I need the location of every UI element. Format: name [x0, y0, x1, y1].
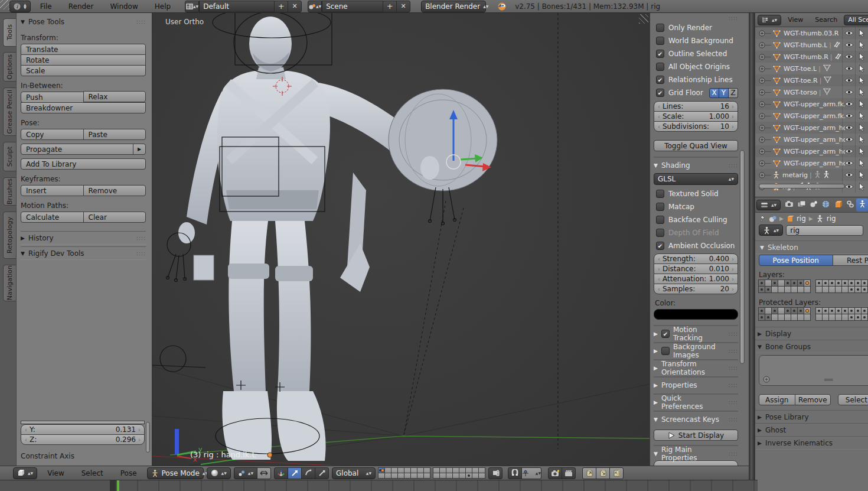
color-swatch[interactable] — [654, 309, 738, 320]
bone-groups-list[interactable]: ══ — [759, 355, 868, 386]
viewport-menu-select[interactable]: Select — [74, 469, 110, 477]
object-name[interactable]: WGT-upper_arm_ho — [784, 148, 845, 155]
panel-drag-grip[interactable]: :::: — [729, 365, 738, 371]
outliner-item-WGT-upper_arm.fk.l[interactable]: WGT-upper_arm.fk.l — [755, 98, 868, 110]
delete-screen-layout-button[interactable]: ✕ — [288, 1, 302, 12]
expand-plus-icon[interactable] — [759, 30, 765, 37]
selectability-cursor-icon[interactable] — [855, 98, 868, 110]
decrement-arrow-icon[interactable]: ‹ — [657, 276, 661, 282]
viewport-menu-view[interactable]: View — [40, 469, 71, 477]
object-name[interactable]: WGT-thumb.03.R — [784, 30, 838, 37]
expand-plus-icon[interactable] — [759, 113, 765, 119]
depth-of-field-checkbox[interactable] — [656, 229, 664, 237]
viewport-menu-pose[interactable]: Pose — [113, 469, 144, 477]
area-splitter[interactable] — [749, 13, 755, 480]
datablock-name-field[interactable]: rig — [786, 225, 863, 236]
tool-shelf-scrollbar[interactable] — [146, 422, 150, 453]
breadcrumb-data-name[interactable]: rig — [827, 214, 836, 223]
grid-axis-toggle-y[interactable]: Y — [719, 88, 729, 98]
properties-tab-render-layers[interactable] — [796, 199, 808, 212]
increment-arrow-icon[interactable]: › — [730, 276, 735, 282]
add-scene-button[interactable]: + — [383, 1, 397, 12]
opengl-render-image-button[interactable] — [548, 467, 562, 479]
scene-browse-button[interactable]: ▲▼ — [308, 1, 322, 12]
object-name[interactable]: WGT-upper_arm_ho — [784, 160, 845, 167]
outliner-item-WGT-thumb.R[interactable]: WGT-thumb.R| — [755, 51, 868, 63]
selectability-cursor-icon[interactable] — [855, 181, 868, 193]
selectability-cursor-icon[interactable] — [855, 169, 868, 181]
paste-pose-button[interactable]: Paste — [83, 129, 146, 140]
outliner-display-filter-select[interactable]: All Scene — [844, 15, 868, 25]
backface-culling-checkbox[interactable] — [656, 216, 664, 224]
expand-plus-icon[interactable] — [759, 77, 765, 84]
tool-shelf-tab-grease-pencil[interactable]: Grease Pencil — [3, 87, 16, 136]
pin-icon[interactable] — [759, 215, 766, 222]
remove-keyframe-button[interactable]: Remove — [83, 185, 146, 196]
lock-to-scene-toggle[interactable] — [488, 467, 502, 479]
increment-arrow-icon[interactable]: › — [730, 103, 735, 110]
list-resize-grip[interactable]: ══ — [824, 376, 833, 384]
grid-axis-toggle-x[interactable]: X — [709, 88, 719, 98]
manipulator-axes-toggle[interactable] — [274, 467, 288, 479]
screen-layout-name-field[interactable]: Default — [199, 1, 275, 12]
object-name[interactable]: WGT-upper_arm_ho — [784, 136, 845, 144]
panel-header-motion-tracking[interactable]: ▶ ✔ Motion Tracking :::: — [654, 327, 738, 340]
pivot-point-select[interactable]: ▲▼ — [234, 467, 257, 479]
panel-header-pose-tools[interactable]: ▼ Pose Tools :::: — [21, 15, 146, 28]
panel-drag-grip[interactable]: :::: — [729, 348, 738, 354]
menu-window[interactable]: Window — [103, 2, 145, 11]
decrement-arrow-icon[interactable]: ‹ — [657, 256, 661, 262]
operator-z-field[interactable]: ‹ Z: 0.296 › — [21, 434, 145, 445]
layer-toggle-16[interactable] — [861, 286, 868, 293]
selectability-cursor-icon[interactable] — [855, 27, 868, 39]
decrement-arrow-icon[interactable]: ‹ — [24, 437, 28, 443]
ambient-occlusion-checkbox[interactable]: ✔ — [656, 242, 664, 250]
decrement-arrow-icon[interactable]: ‹ — [657, 286, 661, 292]
outliner-item-WGT-upper_arm_ho[interactable]: WGT-upper_arm_ho — [755, 134, 868, 145]
timeline-strip[interactable] — [0, 480, 758, 491]
npanel-scrollbar[interactable] — [740, 150, 745, 364]
expand-plus-icon[interactable] — [759, 101, 765, 108]
object-name[interactable]: WGT-toe.L — [784, 65, 817, 73]
breadcrumb-object-name[interactable]: rig — [797, 214, 806, 223]
increment-arrow-icon[interactable]: › — [730, 256, 735, 262]
visibility-eye-icon[interactable] — [842, 63, 855, 74]
attenuation-number-field[interactable]: ‹Attenuation:1.000› — [654, 274, 738, 284]
expand-plus-icon[interactable] — [759, 125, 765, 131]
properties-tab-object[interactable] — [832, 199, 844, 212]
panel-drag-grip[interactable]: :::: — [729, 451, 738, 457]
object-name[interactable]: WGT-upper_arm.fk.l — [784, 112, 845, 120]
outliner-h-scrollbar[interactable] — [759, 184, 845, 188]
lines-number-field[interactable]: ‹Lines:16› — [654, 101, 738, 112]
editor-type-button[interactable]: ▲▼ — [756, 200, 781, 210]
outliner-item-metarig[interactable]: metarig| — [755, 169, 868, 181]
panel-header-display[interactable]: ▶ Display — [755, 327, 868, 340]
outliner-menu-search[interactable]: Search — [810, 16, 843, 24]
selectability-cursor-icon[interactable] — [855, 74, 868, 86]
shading-mode-select[interactable]: GLSL ▲▼ — [654, 173, 738, 185]
properties-tab-scene[interactable] — [808, 199, 820, 212]
copy-pose-button[interactable] — [582, 467, 596, 479]
translate-button[interactable]: Translate — [21, 44, 146, 55]
propagate-button[interactable]: Propagate — [21, 144, 133, 155]
samples-number-field[interactable]: ‹Samples:20› — [654, 284, 738, 294]
matcap-checkbox[interactable] — [656, 203, 664, 211]
visibility-eye-icon[interactable] — [842, 169, 855, 181]
menu-help[interactable]: Help — [148, 2, 178, 11]
strength-number-field[interactable]: ‹Strength:0.400› — [654, 253, 738, 264]
pose-position-button[interactable]: Pose Position — [759, 255, 833, 266]
translate-manipulator-toggle[interactable] — [288, 467, 302, 479]
toggle-quad-view-button[interactable]: Toggle Quad View — [654, 140, 738, 151]
paste-pose-button[interactable] — [596, 467, 610, 479]
tool-shelf-tab-navigation[interactable]: Navigation — [3, 265, 16, 301]
outliner-menu-view[interactable]: View — [782, 16, 808, 24]
outline-selected-checkbox[interactable]: ✔ — [656, 50, 664, 58]
bone-head-point[interactable] — [267, 453, 272, 457]
object-name[interactable]: WGT-thumb.L — [784, 41, 827, 49]
increment-arrow-icon[interactable]: › — [730, 286, 735, 292]
expand-plus-icon[interactable] — [759, 160, 765, 167]
relax-button[interactable]: Relax — [83, 91, 146, 102]
visibility-eye-icon[interactable] — [842, 134, 855, 145]
opengl-render-animation-button[interactable] — [562, 467, 576, 479]
background-images-checkbox[interactable] — [661, 347, 670, 355]
